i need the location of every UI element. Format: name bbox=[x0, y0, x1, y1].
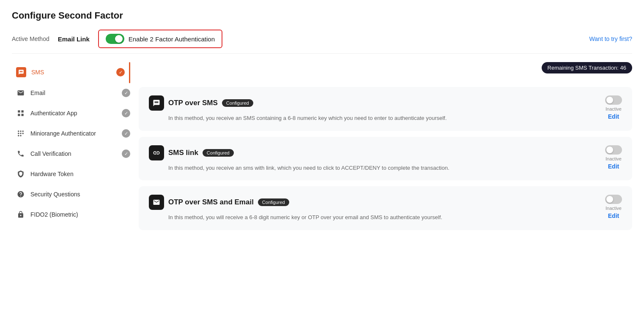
sms-link-status: Inactive bbox=[606, 156, 622, 161]
sidebar-label-sms: SMS bbox=[31, 69, 44, 76]
svg-rect-3 bbox=[18, 133, 19, 134]
call-check-icon: ✓ bbox=[122, 149, 130, 158]
otp-sms-description: In this method, you receive an SMS conta… bbox=[168, 114, 598, 122]
enable-2fa-toggle[interactable] bbox=[106, 34, 124, 44]
method-card-otp-sms-email: OTP over SMS and Email Configured In thi… bbox=[139, 186, 632, 230]
page-title: Configure Second Factor bbox=[12, 10, 632, 21]
sidebar-label-call-verification: Call Verification bbox=[30, 150, 71, 157]
method-card-sms-link: SMS link Configured In this method, you … bbox=[139, 137, 632, 181]
otp-sms-edit[interactable]: Edit bbox=[608, 113, 619, 120]
active-divider bbox=[129, 62, 130, 83]
main-layout: SMS ✓ Email ✓ bbox=[12, 62, 632, 236]
hardware-icon bbox=[16, 169, 25, 179]
sms-link-icon bbox=[149, 145, 164, 160]
otp-sms-email-edit[interactable]: Edit bbox=[608, 212, 619, 219]
svg-rect-5 bbox=[22, 133, 24, 134]
otp-sms-name: OTP over SMS bbox=[168, 99, 218, 107]
active-method-label: Active Method bbox=[12, 35, 49, 42]
svg-rect-4 bbox=[20, 133, 22, 134]
sms-link-toggle[interactable] bbox=[605, 145, 622, 155]
sidebar-item-email[interactable]: Email ✓ bbox=[12, 83, 134, 103]
sidebar-label-hardware-token: Hardware Token bbox=[30, 171, 74, 177]
authenticator-check-icon: ✓ bbox=[122, 109, 130, 117]
content-header: Remaining SMS Transaction: 46 bbox=[139, 62, 632, 80]
active-method-value: Email Link bbox=[58, 35, 90, 43]
sidebar-item-call-verification[interactable]: Call Verification ✓ bbox=[12, 144, 134, 163]
sms-link-description: In this method, you receive an sms with … bbox=[168, 164, 598, 172]
sidebar-item-fido2[interactable]: FIDO2 (Biometric) bbox=[12, 205, 134, 224]
method-card-otp-sms: OTP over SMS Configured In this method, … bbox=[139, 87, 632, 131]
email-check-icon: ✓ bbox=[122, 89, 130, 97]
fido-icon bbox=[16, 210, 25, 219]
sms-link-edit[interactable]: Edit bbox=[608, 163, 619, 170]
otp-sms-toggle[interactable] bbox=[605, 95, 622, 105]
otp-sms-email-name: OTP over SMS and Email bbox=[168, 198, 254, 206]
sms-check-icon: ✓ bbox=[116, 68, 125, 76]
sidebar-item-sms[interactable]: SMS ✓ bbox=[12, 62, 134, 83]
otp-sms-status: Inactive bbox=[606, 106, 622, 111]
otp-sms-badge: Configured bbox=[222, 99, 253, 107]
otp-sms-email-badge: Configured bbox=[258, 198, 289, 206]
header-left: Active Method Email Link Enable 2 Factor… bbox=[12, 30, 222, 48]
svg-rect-7 bbox=[20, 135, 22, 136]
svg-rect-0 bbox=[18, 130, 19, 132]
sidebar-label-email: Email bbox=[30, 90, 45, 96]
want-to-try-link[interactable]: Want to try first? bbox=[589, 35, 632, 42]
content-area: Remaining SMS Transaction: 46 OTP over S… bbox=[134, 62, 632, 236]
sms-link-badge: Configured bbox=[203, 149, 234, 157]
otp-sms-email-toggle[interactable] bbox=[605, 195, 622, 204]
sidebar-label-authenticator-app: Authenticator App bbox=[30, 110, 77, 117]
sms-transaction-badge: Remaining SMS Transaction: 46 bbox=[542, 62, 632, 73]
sidebar-item-miniorange[interactable]: Miniorange Authenticator ✓ bbox=[12, 124, 134, 143]
svg-rect-1 bbox=[20, 130, 22, 132]
phone-icon bbox=[16, 149, 25, 158]
miniorange-check-icon: ✓ bbox=[122, 129, 130, 138]
sidebar: SMS ✓ Email ✓ bbox=[12, 62, 134, 236]
sidebar-item-security-questions[interactable]: Security Questions bbox=[12, 185, 134, 204]
sms-link-name: SMS link bbox=[168, 149, 198, 157]
sidebar-item-hardware-token[interactable]: Hardware Token bbox=[12, 164, 134, 184]
miniorange-icon bbox=[16, 129, 25, 138]
sidebar-label-miniorange: Miniorange Authenticator bbox=[30, 130, 96, 137]
sms-icon bbox=[16, 67, 26, 77]
svg-rect-6 bbox=[18, 135, 19, 136]
otp-sms-email-description: In this method, you will receive a 6-8 d… bbox=[168, 213, 598, 222]
enable-2fa-box: Enable 2 Factor Authentication bbox=[98, 30, 222, 48]
sidebar-item-authenticator-app[interactable]: Authenticator App ✓ bbox=[12, 103, 134, 123]
email-icon bbox=[16, 88, 25, 98]
svg-rect-2 bbox=[22, 130, 24, 132]
question-icon bbox=[16, 190, 25, 199]
otp-sms-email-status: Inactive bbox=[606, 206, 622, 211]
sidebar-label-security-questions: Security Questions bbox=[30, 191, 80, 198]
otp-sms-icon bbox=[149, 95, 164, 111]
grid-icon bbox=[16, 109, 25, 118]
otp-sms-email-icon bbox=[149, 195, 164, 210]
enable-2fa-label: Enable 2 Factor Authentication bbox=[129, 35, 215, 43]
header-row: Active Method Email Link Enable 2 Factor… bbox=[12, 30, 632, 54]
sidebar-label-fido2: FIDO2 (Biometric) bbox=[30, 211, 78, 218]
